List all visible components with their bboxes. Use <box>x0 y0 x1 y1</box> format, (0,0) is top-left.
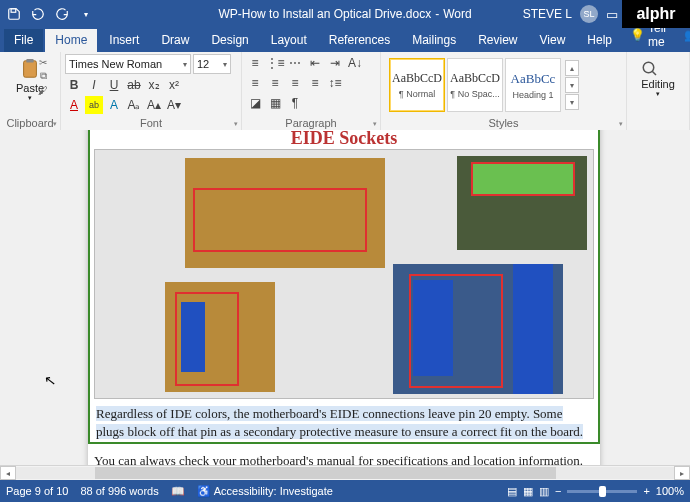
zoom-slider[interactable] <box>567 490 637 493</box>
document-title: WP-How to Install an Optical Drive.docx … <box>218 7 471 21</box>
doc-name: WP-How to Install an Optical Drive.docx <box>218 7 431 21</box>
qat-customize-icon[interactable]: ▾ <box>78 6 94 22</box>
motherboard-image-4 <box>393 264 563 394</box>
align-left-button[interactable]: ≡ <box>246 74 264 92</box>
cut-icon[interactable]: ✂ <box>36 56 50 68</box>
ribbon-display-icon[interactable]: ▭ <box>606 7 618 22</box>
align-right-button[interactable]: ≡ <box>286 74 304 92</box>
scroll-thumb[interactable] <box>95 467 556 479</box>
sort-button[interactable]: A↓ <box>346 54 364 72</box>
page-indicator[interactable]: Page 9 of 10 <box>6 485 68 497</box>
bold-button[interactable]: B <box>65 76 83 94</box>
scroll-left-button[interactable]: ◂ <box>0 466 16 480</box>
justify-button[interactable]: ≡ <box>306 74 324 92</box>
copy-icon[interactable]: ⧉ <box>36 70 50 82</box>
italic-button[interactable]: I <box>85 76 103 94</box>
styles-down-button[interactable]: ▾ <box>565 77 579 93</box>
underline-button[interactable]: U <box>105 76 123 94</box>
user-name[interactable]: STEVE L <box>523 7 572 21</box>
clipboard-label: Clipboard <box>6 116 53 130</box>
tab-view[interactable]: View <box>530 29 576 52</box>
motherboard-image-1 <box>185 158 385 268</box>
strikethrough-button[interactable]: ab <box>125 76 143 94</box>
user-area: STEVE L SL ▭ <box>523 5 618 23</box>
document-area[interactable]: EIDE Sockets Regardless of IDE colors, t… <box>0 130 690 480</box>
share-button[interactable]: 👥Share <box>678 25 690 45</box>
scroll-track[interactable] <box>16 467 674 479</box>
redo-icon[interactable] <box>54 6 70 22</box>
read-mode-icon[interactable]: ▤ <box>507 485 517 498</box>
svg-rect-1 <box>24 61 37 78</box>
tab-file[interactable]: File <box>4 29 43 52</box>
spell-check-icon[interactable]: 📖 <box>171 485 185 498</box>
numbering-button[interactable]: ⋮≡ <box>266 54 284 72</box>
superscript-button[interactable]: x² <box>165 76 183 94</box>
zoom-level[interactable]: 100% <box>656 485 684 497</box>
doc-heading: EIDE Sockets <box>90 130 598 149</box>
group-editing: Editing ▾ . <box>627 52 690 130</box>
undo-icon[interactable] <box>30 6 46 22</box>
mouse-cursor-icon: ↖ <box>43 371 57 389</box>
text-effects-button[interactable]: A <box>105 96 123 114</box>
svg-rect-2 <box>26 59 33 63</box>
font-size-select[interactable]: 12▾ <box>193 54 231 74</box>
status-bar: Page 9 of 10 88 of 996 words 📖 ♿Accessib… <box>0 480 690 502</box>
zoom-out-button[interactable]: − <box>555 485 561 497</box>
font-name-select[interactable]: Times New Roman▾ <box>65 54 191 74</box>
decrease-indent-button[interactable]: ⇤ <box>306 54 324 72</box>
selected-region[interactable]: EIDE Sockets Regardless of IDE colors, t… <box>88 130 600 444</box>
style-heading1[interactable]: AaBbCcHeading 1 <box>505 58 561 112</box>
align-center-button[interactable]: ≡ <box>266 74 284 92</box>
clear-format-button[interactable]: Aₐ <box>125 96 143 114</box>
format-painter-icon[interactable]: 🖌 <box>36 84 50 96</box>
accessibility-icon: ♿ <box>197 485 211 498</box>
font-color-button[interactable]: A <box>65 96 83 114</box>
zoom-in-button[interactable]: + <box>643 485 649 497</box>
tab-review[interactable]: Review <box>468 29 527 52</box>
shrink-font-button[interactable]: A▾ <box>165 96 183 114</box>
tab-layout[interactable]: Layout <box>261 29 317 52</box>
tab-home[interactable]: Home <box>45 29 97 52</box>
tab-draw[interactable]: Draw <box>151 29 199 52</box>
word-count[interactable]: 88 of 996 words <box>80 485 158 497</box>
group-font: Times New Roman▾ 12▾ B I U ab x₂ x² A ab… <box>61 52 242 130</box>
tab-design[interactable]: Design <box>201 29 258 52</box>
style-no-spacing[interactable]: AaBbCcD¶ No Spac... <box>447 58 503 112</box>
horizontal-scrollbar[interactable]: ◂ ▸ <box>0 465 690 480</box>
styles-more-button[interactable]: ▾ <box>565 94 579 110</box>
motherboard-image-2 <box>457 156 587 250</box>
image-frame[interactable] <box>94 149 594 399</box>
web-layout-icon[interactable]: ▥ <box>539 485 549 498</box>
shading-button[interactable]: ◪ <box>246 94 264 112</box>
share-icon: 👥 <box>684 28 690 42</box>
page: EIDE Sockets Regardless of IDE colors, t… <box>88 130 600 480</box>
app-name: Word <box>443 7 471 21</box>
font-label: Font <box>65 116 237 130</box>
tab-mailings[interactable]: Mailings <box>402 29 466 52</box>
avatar[interactable]: SL <box>580 5 598 23</box>
accessibility-status[interactable]: ♿Accessibility: Investigate <box>197 485 333 498</box>
increase-indent-button[interactable]: ⇥ <box>326 54 344 72</box>
grow-font-button[interactable]: A▴ <box>145 96 163 114</box>
highlight-button[interactable]: ab <box>85 96 103 114</box>
tab-references[interactable]: References <box>319 29 400 52</box>
line-spacing-button[interactable]: ↕≡ <box>326 74 344 92</box>
bullets-button[interactable]: ≡ <box>246 54 264 72</box>
styles-label: Styles <box>385 116 622 130</box>
svg-line-4 <box>652 71 656 75</box>
tab-help[interactable]: Help <box>577 29 622 52</box>
styles-up-button[interactable]: ▴ <box>565 60 579 76</box>
show-hide-button[interactable]: ¶ <box>286 94 304 112</box>
print-layout-icon[interactable]: ▦ <box>523 485 533 498</box>
subscript-button[interactable]: x₂ <box>145 76 163 94</box>
tab-insert[interactable]: Insert <box>99 29 149 52</box>
ribbon: Paste ▾ ✂ ⧉ 🖌 Clipboard Times New Roman▾… <box>0 52 690 131</box>
multilevel-button[interactable]: ⋯ <box>286 54 304 72</box>
scroll-right-button[interactable]: ▸ <box>674 466 690 480</box>
styles-scroll: ▴ ▾ ▾ <box>565 60 579 110</box>
save-icon[interactable] <box>6 6 22 22</box>
borders-button[interactable]: ▦ <box>266 94 284 112</box>
svg-rect-0 <box>11 9 16 13</box>
editing-button[interactable]: Editing ▾ <box>641 54 675 98</box>
style-normal[interactable]: AaBbCcD¶ Normal <box>389 58 445 112</box>
